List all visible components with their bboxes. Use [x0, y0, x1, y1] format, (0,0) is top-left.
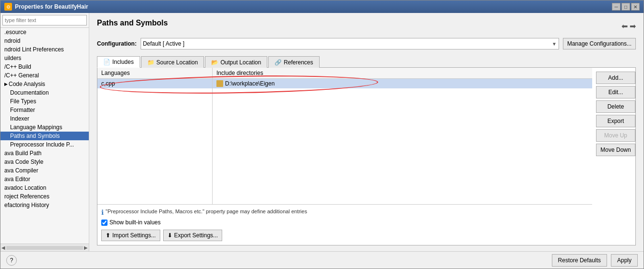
panel-inner: Languages c,cpp Include direc	[97, 68, 635, 245]
info-row: ℹ "Preprocessor Include Paths, Macros et…	[101, 208, 588, 216]
nav-back-icon[interactable]: ⬅	[621, 22, 628, 31]
sidebar-scrollbar[interactable]: ◀ ▶	[0, 244, 89, 251]
languages-header: Languages	[97, 68, 212, 79]
sidebar: .esource ndroid ndroid Lint Preferences …	[0, 13, 89, 251]
export-icon: ⬇	[167, 232, 172, 239]
show-builtin-row: Show built-in values	[101, 219, 588, 226]
import-settings-button[interactable]: ⬆ Import Settings...	[101, 230, 160, 241]
sidebar-item-java-compiler[interactable]: ava Compiler	[0, 166, 89, 175]
footer-bar: ? Restore Defaults Apply	[0, 251, 644, 269]
info-text: "Preprocessor Include Paths, Macros etc.…	[106, 208, 307, 214]
dir-item-eigen[interactable]: D:\workplace\Eigen	[213, 79, 592, 88]
bottom-info-area: ℹ "Preprocessor Include Paths, Macros et…	[97, 204, 592, 245]
sidebar-item-documentation[interactable]: Documentation	[0, 88, 89, 97]
info-icon: ℹ	[101, 208, 104, 216]
sidebar-item-android[interactable]: ndroid	[0, 37, 89, 45]
folder-icon	[216, 80, 223, 87]
filter-input[interactable]	[2, 15, 87, 25]
sidebar-list: .esource ndroid ndroid Lint Preferences …	[0, 28, 89, 244]
tab-references[interactable]: 🔗 References	[268, 56, 319, 68]
manage-configurations-button[interactable]: Manage Configurations...	[563, 38, 636, 49]
config-label: Configuration:	[97, 40, 137, 47]
sidebar-item-formatter[interactable]: Formatter	[0, 106, 89, 114]
sidebar-item-cpp-build[interactable]: /C++ Build	[0, 62, 89, 71]
page-title: Paths and Symbols	[97, 19, 168, 27]
table-area: Languages c,cpp Include direc	[97, 68, 592, 204]
apply-button[interactable]: Apply	[611, 254, 638, 267]
edit-button[interactable]: Edit...	[596, 86, 635, 98]
titlebar-buttons: ─ □ ✕	[612, 3, 640, 11]
directories-header: Include directories	[213, 68, 592, 79]
nav-arrows: ⬅ ➡	[621, 22, 636, 31]
maximize-button[interactable]: □	[621, 3, 630, 11]
window-title: Properties for BeautifyHair	[15, 3, 88, 10]
export-button[interactable]: Export	[596, 115, 635, 127]
right-action-buttons: Add... Edit... Delete Export Move Up Mov…	[592, 68, 635, 245]
export-settings-button[interactable]: ⬇ Export Settings...	[163, 230, 222, 241]
sidebar-item-project-refs[interactable]: roject References	[0, 192, 89, 201]
directories-column: Include directories D:\workplace\Eigen	[213, 68, 592, 204]
minimize-button[interactable]: ─	[612, 3, 620, 11]
sidebar-item-resource[interactable]: .esource	[0, 28, 89, 37]
config-dropdown[interactable]: Default [ Active ] ▼	[141, 38, 559, 49]
titlebar-left: ⚙ Properties for BeautifyHair	[4, 3, 88, 11]
show-builtin-label: Show built-in values	[109, 219, 161, 226]
tab-includes[interactable]: 📄 Includes	[97, 56, 140, 68]
sidebar-item-paths-and-symbols[interactable]: Paths and Symbols	[0, 132, 89, 140]
includes-tab-icon: 📄	[103, 59, 110, 65]
languages-column: Languages c,cpp	[97, 68, 213, 204]
import-icon: ⬆	[106, 232, 110, 239]
source-tab-icon: 📁	[147, 59, 155, 66]
restore-defaults-button[interactable]: Restore Defaults	[552, 254, 607, 267]
sidebar-item-refactoring[interactable]: efactoring History	[0, 201, 89, 209]
sidebar-item-android-lint[interactable]: ndroid Lint Preferences	[0, 45, 89, 54]
move-up-button[interactable]: Move Up	[596, 129, 635, 142]
sidebar-item-builders[interactable]: uilders	[0, 54, 89, 62]
sidebar-item-language-mappings[interactable]: Language Mappings	[0, 123, 89, 132]
main-content: .esource ndroid ndroid Lint Preferences …	[0, 13, 644, 251]
titlebar: ⚙ Properties for BeautifyHair ─ □ ✕	[0, 0, 644, 13]
sidebar-item-file-types[interactable]: File Types	[0, 97, 89, 106]
close-button[interactable]: ✕	[631, 3, 640, 11]
table-wrapper: Languages c,cpp Include direc	[97, 68, 592, 204]
content-area: Paths and Symbols ⬅ ➡ Configuration: Def…	[89, 13, 644, 251]
help-icon[interactable]: ?	[6, 255, 17, 266]
references-tab-icon: 🔗	[274, 59, 282, 66]
settings-buttons: ⬆ Import Settings... ⬇ Export Settings..…	[101, 230, 588, 241]
sidebar-item-java-editor[interactable]: ava Editor	[0, 175, 89, 183]
add-button[interactable]: Add...	[596, 72, 635, 84]
tab-source-location[interactable]: 📁 Source Location	[141, 56, 204, 68]
filter-box	[0, 13, 89, 28]
language-item-c-cpp[interactable]: c,cpp	[97, 79, 212, 88]
languages-list: c,cpp	[97, 79, 212, 204]
tabs-bar: 📄 Includes 📁 Source Location 📂 Output Lo…	[97, 56, 636, 68]
move-down-button[interactable]: Move Down	[596, 144, 635, 156]
sidebar-item-javadoc[interactable]: avadoc Location	[0, 183, 89, 192]
tab-output-location[interactable]: 📂 Output Location	[205, 56, 267, 68]
sidebar-item-java-code-style[interactable]: ava Code Style	[0, 158, 89, 166]
directories-list: D:\workplace\Eigen	[213, 79, 592, 204]
show-builtin-checkbox[interactable]	[101, 220, 107, 226]
window-icon: ⚙	[4, 3, 12, 11]
footer-right: Restore Defaults Apply	[552, 254, 638, 267]
sidebar-item-indexer[interactable]: Indexer	[0, 114, 89, 123]
footer-left: ?	[6, 255, 17, 266]
properties-window: ⚙ Properties for BeautifyHair ─ □ ✕ .eso…	[0, 0, 644, 269]
output-tab-icon: 📂	[211, 59, 218, 66]
panel: Languages c,cpp Include direc	[97, 68, 636, 245]
config-row: Configuration: Default [ Active ] ▼ Mana…	[97, 38, 636, 49]
sidebar-item-preprocessor[interactable]: Preprocessor Include P...	[0, 140, 89, 149]
main-panel-area: Languages c,cpp Include direc	[97, 68, 592, 245]
nav-forward-icon[interactable]: ➡	[630, 22, 636, 31]
delete-button[interactable]: Delete	[596, 100, 635, 113]
dropdown-arrow-icon: ▼	[552, 41, 557, 47]
sidebar-item-java-build-path[interactable]: ava Build Path	[0, 149, 89, 158]
sidebar-item-cpp-general[interactable]: /C++ General	[0, 71, 89, 80]
sidebar-item-code-analysis[interactable]: ▶Code Analysis	[0, 80, 89, 88]
